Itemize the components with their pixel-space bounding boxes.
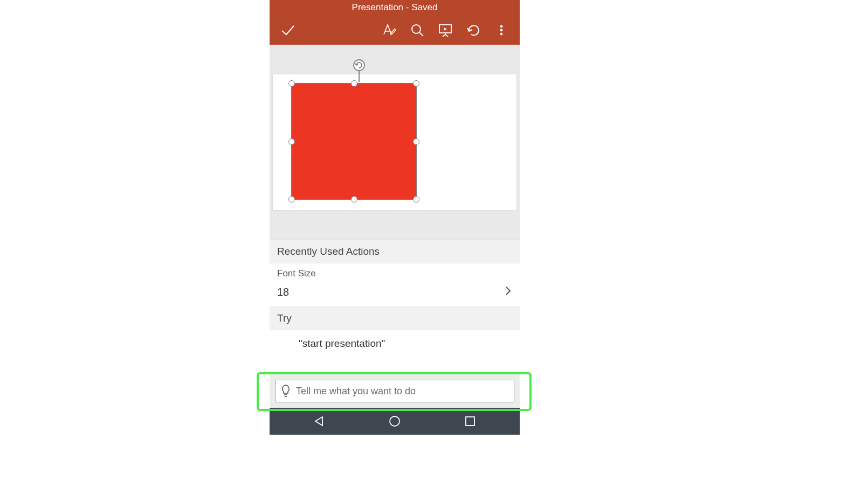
resize-handle-top-left[interactable] (288, 80, 295, 87)
try-suggestion[interactable]: "start presentation" (270, 330, 520, 357)
chevron-right-icon (505, 285, 512, 299)
font-size-row[interactable]: 18 (270, 281, 520, 307)
square-recent-icon (465, 416, 476, 427)
recently-used-header: Recently Used Actions (270, 240, 520, 263)
selected-shape[interactable] (289, 81, 419, 202)
present-button[interactable] (431, 17, 459, 44)
tell-me-bar (270, 374, 520, 408)
rotate-icon (353, 59, 365, 71)
more-button[interactable] (487, 17, 515, 44)
svg-marker-12 (315, 417, 322, 426)
lightbulb-icon (280, 384, 292, 398)
svg-point-9 (354, 60, 364, 71)
font-size-value: 18 (277, 286, 289, 298)
resize-handle-middle-right[interactable] (413, 138, 419, 145)
search-icon (410, 23, 424, 37)
search-button[interactable] (403, 17, 431, 44)
resize-handle-bottom-middle[interactable] (351, 196, 357, 203)
edit-text-button[interactable] (375, 17, 403, 44)
undo-button[interactable] (459, 17, 487, 44)
nav-recent-button[interactable] (459, 410, 481, 432)
resize-handle-top-right[interactable] (413, 80, 419, 87)
svg-point-13 (390, 416, 399, 426)
resize-handle-bottom-left[interactable] (288, 196, 295, 203)
app-header: Presentation - Saved (270, 0, 520, 45)
svg-line-5 (445, 34, 448, 37)
slide[interactable] (273, 74, 516, 210)
android-nav-bar (270, 408, 520, 435)
triangle-back-icon (313, 415, 325, 427)
nav-back-button[interactable] (308, 410, 330, 432)
svg-rect-14 (466, 417, 474, 426)
slide-canvas-area (270, 45, 520, 240)
svg-point-0 (412, 25, 421, 33)
rotate-connector (359, 70, 360, 82)
tell-me-search-box[interactable] (275, 380, 514, 402)
presentation-icon (438, 23, 453, 38)
resize-handle-bottom-right[interactable] (413, 196, 419, 203)
svg-line-1 (419, 32, 423, 36)
try-header: Try (270, 307, 520, 330)
document-title: Presentation - Saved (270, 0, 520, 15)
svg-point-8 (500, 33, 502, 35)
svg-point-6 (500, 25, 502, 27)
font-size-label: Font Size (270, 263, 520, 281)
rectangle-shape[interactable] (292, 83, 416, 199)
toolbar (270, 15, 520, 45)
done-button[interactable] (274, 17, 302, 44)
checkmark-icon (280, 22, 296, 38)
nav-home-button[interactable] (384, 410, 405, 432)
resize-handle-middle-left[interactable] (288, 138, 295, 145)
phone-frame: Presentation - Saved (270, 0, 520, 435)
resize-handle-top-middle[interactable] (351, 80, 357, 87)
circle-home-icon (389, 415, 401, 427)
tell-me-input[interactable] (292, 386, 509, 397)
undo-icon (466, 23, 481, 38)
svg-line-4 (443, 34, 445, 37)
actions-panel: Recently Used Actions Font Size 18 Try "… (270, 240, 520, 408)
svg-point-7 (500, 29, 502, 31)
rotate-handle[interactable] (353, 59, 365, 71)
text-edit-icon (382, 23, 397, 38)
more-vertical-icon (495, 24, 508, 37)
